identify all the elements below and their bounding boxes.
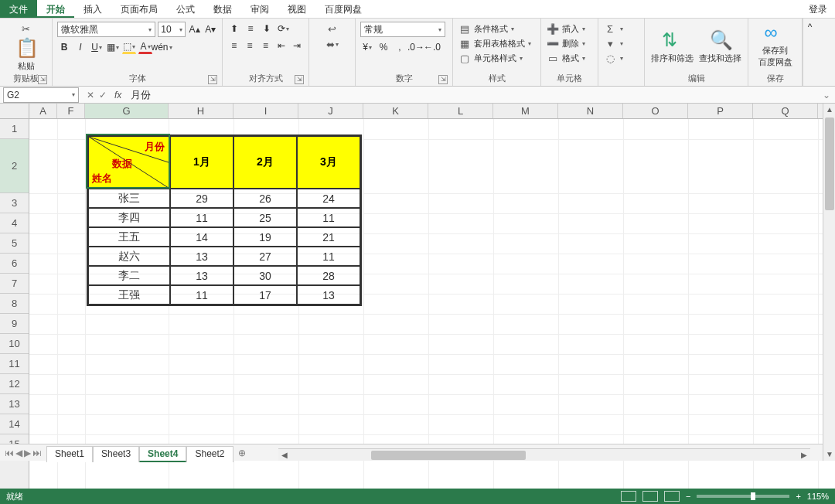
row-header-5[interactable]: 5 bbox=[0, 233, 29, 254]
find-select-button[interactable]: 🔍 查找和选择 bbox=[699, 29, 741, 64]
font-name-select[interactable]: 微软雅黑▾ bbox=[57, 22, 155, 37]
name-cell[interactable]: 赵六 bbox=[88, 247, 170, 266]
zoom-in-button[interactable]: + bbox=[796, 492, 800, 501]
delete-cells-button[interactable]: ➖删除▾ bbox=[546, 36, 593, 50]
indent-dec-icon[interactable]: ⇤ bbox=[274, 39, 288, 53]
dialog-launcher-icon[interactable]: ⇲ bbox=[208, 75, 217, 84]
conditional-format-button[interactable]: ▤条件格式▾ bbox=[458, 22, 536, 36]
fill-color-button[interactable]: ⬚▾ bbox=[122, 40, 136, 54]
diagonal-header-cell[interactable]: 月份数据姓名 bbox=[88, 136, 170, 189]
login-link[interactable]: 登录 bbox=[801, 0, 835, 18]
value-cell[interactable]: 27 bbox=[233, 247, 297, 266]
insert-cells-button[interactable]: ➕插入▾ bbox=[546, 22, 593, 36]
new-sheet-button[interactable]: ⊕ bbox=[233, 448, 250, 458]
comma-icon[interactable]: , bbox=[393, 40, 407, 54]
cut-icon[interactable]: ✂ bbox=[19, 22, 33, 36]
align-right-icon[interactable]: ≡ bbox=[259, 39, 272, 53]
menu-tab-baidu[interactable]: 百度网盘 bbox=[315, 0, 371, 18]
menu-tab-formula[interactable]: 公式 bbox=[167, 0, 204, 18]
value-cell[interactable]: 17 bbox=[233, 285, 297, 305]
format-cells-button[interactable]: ▭格式▾ bbox=[546, 51, 593, 65]
sheet-tab[interactable]: Sheet3 bbox=[93, 446, 139, 462]
col-header-N[interactable]: N bbox=[558, 104, 623, 118]
wrap-text-icon[interactable]: ↩ bbox=[325, 22, 339, 36]
bold-button[interactable]: B bbox=[57, 40, 71, 54]
view-pagelayout-icon[interactable] bbox=[642, 491, 658, 502]
row-header-13[interactable]: 13 bbox=[0, 394, 29, 414]
fill-button[interactable]: ▾▾ bbox=[603, 36, 639, 50]
clear-button[interactable]: ◌▾ bbox=[603, 51, 639, 65]
menu-tab-review[interactable]: 审阅 bbox=[241, 0, 278, 18]
phonetic-button[interactable]: wén▾ bbox=[155, 40, 169, 54]
dec-decimal-icon[interactable]: ←.0 bbox=[425, 40, 439, 54]
percent-icon[interactable]: % bbox=[377, 40, 390, 54]
value-cell[interactable]: 19 bbox=[233, 227, 297, 247]
tab-scroll-last-icon[interactable]: ⏭ bbox=[32, 448, 42, 458]
autosum-button[interactable]: Σ▾ bbox=[603, 22, 639, 36]
align-middle-icon[interactable]: ≡ bbox=[244, 22, 257, 36]
tab-scroll-prev-icon[interactable]: ◀ bbox=[15, 448, 22, 458]
name-box[interactable]: G2▾ bbox=[3, 87, 79, 103]
font-size-select[interactable]: 10▾ bbox=[158, 22, 185, 37]
col-header-P[interactable]: P bbox=[688, 104, 753, 118]
col-header-A[interactable]: A bbox=[29, 104, 57, 118]
currency-icon[interactable]: ¥▾ bbox=[360, 40, 374, 54]
row-header-6[interactable]: 6 bbox=[0, 254, 29, 274]
name-cell[interactable]: 王强 bbox=[88, 285, 170, 305]
row-header-10[interactable]: 10 bbox=[0, 334, 29, 354]
menu-tab-view[interactable]: 视图 bbox=[278, 0, 315, 18]
month-header[interactable]: 2月 bbox=[233, 136, 297, 189]
col-header-M[interactable]: M bbox=[493, 104, 558, 118]
row-header-9[interactable]: 9 bbox=[0, 314, 29, 334]
font-color-button[interactable]: A▾ bbox=[138, 40, 152, 54]
col-header-K[interactable]: K bbox=[363, 104, 428, 118]
table-format-button[interactable]: ▦套用表格格式▾ bbox=[458, 36, 536, 50]
month-header[interactable]: 1月 bbox=[170, 136, 233, 189]
zoom-slider[interactable] bbox=[697, 495, 789, 498]
indent-inc-icon[interactable]: ⇥ bbox=[291, 39, 304, 53]
scroll-down-icon[interactable]: ▼ bbox=[823, 448, 835, 461]
scroll-up-icon[interactable]: ▲ bbox=[823, 104, 835, 116]
tab-scroll-first-icon[interactable]: ⏮ bbox=[5, 448, 14, 458]
name-cell[interactable]: 李四 bbox=[88, 208, 170, 227]
grow-font-icon[interactable]: A▴ bbox=[188, 22, 202, 36]
menu-tab-home[interactable]: 开始 bbox=[37, 0, 74, 18]
fx-icon[interactable]: fx bbox=[111, 90, 124, 100]
align-bottom-icon[interactable]: ⬇ bbox=[260, 22, 274, 36]
name-cell[interactable]: 张三 bbox=[88, 189, 170, 208]
row-header-14[interactable]: 14 bbox=[0, 414, 29, 434]
hscroll-thumb[interactable] bbox=[371, 451, 526, 460]
col-header-O[interactable]: O bbox=[623, 104, 688, 118]
cell-style-button[interactable]: ▢单元格样式▾ bbox=[458, 51, 536, 65]
vscroll-thumb[interactable] bbox=[825, 117, 834, 210]
value-cell[interactable]: 26 bbox=[233, 189, 297, 208]
month-header[interactable]: 3月 bbox=[297, 136, 360, 189]
sort-filter-button[interactable]: ⇅ 排序和筛选 bbox=[651, 29, 694, 64]
value-cell[interactable]: 14 bbox=[170, 227, 233, 247]
zoom-out-button[interactable]: − bbox=[686, 492, 690, 501]
scroll-right-icon[interactable]: ▶ bbox=[798, 449, 810, 461]
value-cell[interactable]: 30 bbox=[233, 266, 297, 285]
dialog-launcher-icon[interactable]: ⇲ bbox=[38, 75, 47, 84]
row-header-1[interactable]: 1 bbox=[0, 119, 29, 139]
value-cell[interactable]: 28 bbox=[297, 266, 360, 285]
row-header-7[interactable]: 7 bbox=[0, 274, 29, 294]
value-cell[interactable]: 11 bbox=[170, 208, 233, 227]
border-button[interactable]: ▦▾ bbox=[106, 40, 120, 54]
value-cell[interactable]: 13 bbox=[170, 266, 233, 285]
inc-decimal-icon[interactable]: .0→ bbox=[409, 40, 423, 54]
underline-button[interactable]: U▾ bbox=[90, 40, 104, 54]
menu-file[interactable]: 文件 bbox=[0, 0, 37, 18]
col-header-J[interactable]: J bbox=[298, 104, 363, 118]
italic-button[interactable]: I bbox=[73, 40, 87, 54]
save-baidu-button[interactable]: ∞ 保存到 百度网盘 bbox=[753, 22, 797, 68]
accept-formula-icon[interactable]: ✓ bbox=[99, 90, 107, 100]
vertical-scrollbar[interactable]: ▲ ▼ bbox=[823, 104, 835, 461]
collapse-ribbon-button[interactable]: ^ bbox=[803, 19, 816, 86]
view-normal-icon[interactable] bbox=[621, 491, 636, 502]
number-format-select[interactable]: 常规▾ bbox=[360, 22, 445, 37]
value-cell[interactable]: 11 bbox=[170, 285, 233, 305]
expand-formula-icon[interactable]: ⌄ bbox=[818, 90, 835, 100]
row-header-4[interactable]: 4 bbox=[0, 213, 29, 233]
sheet-tab[interactable]: Sheet4 bbox=[139, 446, 186, 462]
